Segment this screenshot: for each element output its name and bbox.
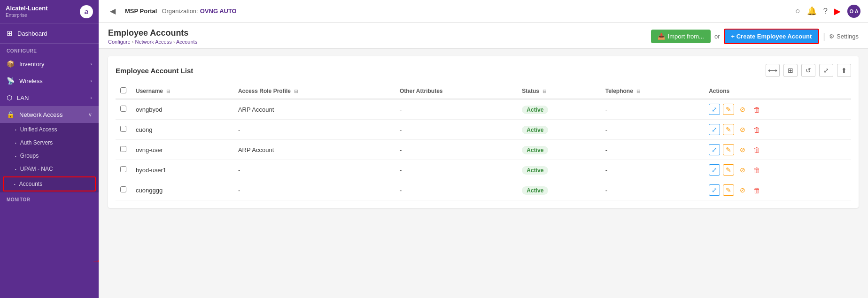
- role-header: Access Role Profile ⊟: [233, 84, 395, 99]
- sidebar-sub-item-auth-servers[interactable]: • Auth Servers: [0, 136, 99, 149]
- edit-icon-3[interactable]: ✎: [723, 164, 734, 176]
- row-status-3: Active: [517, 160, 600, 180]
- table-row: byod-user1 - - Active - ⤢ ✎ ⊘ 🗑: [116, 160, 851, 180]
- sidebar-sub-item-unified-access[interactable]: • Unified Access: [0, 123, 99, 136]
- sidebar-sub-item-accounts[interactable]: • Accounts: [3, 176, 96, 191]
- role-filter-icon[interactable]: ⊟: [294, 89, 298, 94]
- table-row: ovngbyod ARP Account - Active - ⤢ ✎ ⊘ 🗑: [116, 99, 851, 120]
- create-employee-account-button[interactable]: + Create Employee Account: [724, 29, 820, 44]
- sidebar-toggle[interactable]: ◀: [106, 5, 119, 18]
- row-username-2: ovng-user: [131, 140, 233, 160]
- youtube-icon[interactable]: ▶: [834, 6, 841, 16]
- notifications-icon[interactable]: 🔔: [807, 6, 817, 16]
- block-icon-0[interactable]: ⊘: [737, 104, 748, 115]
- edit-icon-4[interactable]: ✎: [723, 184, 734, 196]
- username-filter-icon[interactable]: ⊟: [166, 89, 170, 94]
- configure-section-label: CONFIGURE: [0, 44, 99, 55]
- expand-icon-1[interactable]: ⤢: [709, 124, 720, 135]
- breadcrumb-accounts[interactable]: Accounts: [176, 39, 197, 45]
- org-value[interactable]: OVNG AUTO: [200, 8, 237, 15]
- page-title: Employee Accounts: [108, 28, 197, 38]
- search-icon[interactable]: ○: [795, 7, 800, 16]
- lan-icon: ⬡: [7, 94, 12, 101]
- sidebar-item-lan[interactable]: ⬡ LAN ›: [0, 89, 99, 106]
- unified-access-label: Unified Access: [20, 126, 57, 133]
- breadcrumb-configure[interactable]: Configure: [108, 39, 131, 45]
- row-checkbox-2[interactable]: [120, 146, 126, 152]
- upam-nac-dot: •: [15, 167, 16, 171]
- actions-header: Actions: [704, 84, 851, 99]
- row-checkbox-3[interactable]: [120, 166, 126, 172]
- row-checkbox-4[interactable]: [120, 186, 126, 192]
- status-header: Status ⊟: [517, 84, 600, 99]
- sidebar-item-dashboard[interactable]: ⊞ Dashboard: [0, 23, 99, 44]
- dashboard-icon: ⊞: [7, 29, 13, 38]
- expand-icon-0[interactable]: ⤢: [709, 104, 720, 115]
- page-header-actions: 📥 Import from... or + Create Employee Ac…: [651, 29, 859, 44]
- arrow-indicator: →: [92, 255, 99, 266]
- row-telephone-2: -: [601, 140, 704, 160]
- edit-icon-2[interactable]: ✎: [723, 144, 734, 155]
- delete-icon-4[interactable]: 🗑: [751, 184, 762, 196]
- block-icon-1[interactable]: ⊘: [737, 124, 748, 135]
- help-icon[interactable]: ?: [823, 7, 828, 16]
- row-telephone-1: -: [601, 120, 704, 140]
- expand-icon-4[interactable]: ⤢: [709, 184, 720, 196]
- inventory-chevron: ›: [90, 61, 92, 67]
- settings-button[interactable]: ⚙ Settings: [829, 33, 859, 40]
- export-button[interactable]: ⬆: [837, 64, 851, 77]
- expand-columns-button[interactable]: ⟷: [766, 64, 780, 77]
- sidebar-item-network-access[interactable]: 🔒 Network Access ∨: [0, 106, 99, 123]
- monitor-section-label: MONITOR: [0, 192, 99, 204]
- delete-icon-3[interactable]: 🗑: [751, 164, 762, 176]
- block-icon-2[interactable]: ⊘: [737, 144, 748, 155]
- delete-icon-1[interactable]: 🗑: [751, 124, 762, 135]
- network-access-submenu: • Unified Access • Auth Servers • Groups…: [0, 123, 99, 192]
- row-actions-0: ⤢ ✎ ⊘ 🗑: [704, 99, 851, 120]
- table-row: ovng-user ARP Account - Active - ⤢ ✎ ⊘ 🗑: [116, 140, 851, 160]
- sidebar-sub-item-upam-nac[interactable]: • UPAM - NAC: [0, 162, 99, 176]
- brand-sub: Enterprise: [6, 13, 27, 18]
- breadcrumb-network-access[interactable]: Network Access: [135, 39, 171, 45]
- edit-icon-1[interactable]: ✎: [723, 124, 734, 135]
- auth-servers-label: Auth Servers: [20, 139, 53, 146]
- other-header: Other Attributes: [395, 84, 517, 99]
- block-icon-3[interactable]: ⊘: [737, 164, 748, 176]
- select-all-checkbox[interactable]: [120, 87, 126, 93]
- groups-dot: •: [15, 154, 16, 158]
- sidebar-logo: Alcatel-Lucent Enterprise a: [0, 0, 99, 23]
- row-checkbox-0[interactable]: [120, 106, 126, 112]
- columns-button[interactable]: ⊞: [783, 64, 798, 77]
- card-header: Employee Account List ⟷ ⊞ ↺ ⤢ ⬆: [116, 64, 851, 77]
- row-telephone-3: -: [601, 160, 704, 180]
- row-checkbox-1[interactable]: [120, 126, 126, 132]
- block-icon-4[interactable]: ⊘: [737, 184, 748, 196]
- telephone-filter-icon[interactable]: ⊟: [636, 89, 640, 94]
- network-access-label: Network Access: [19, 111, 88, 118]
- edit-icon-0[interactable]: ✎: [723, 104, 734, 115]
- delete-icon-0[interactable]: 🗑: [751, 104, 762, 115]
- status-badge-0: Active: [522, 106, 548, 114]
- topnav-icons: ○ 🔔 ? ▶ O A: [795, 5, 860, 18]
- status-filter-icon[interactable]: ⊟: [542, 89, 546, 94]
- fullscreen-button[interactable]: ⤢: [819, 64, 833, 77]
- sidebar-item-wireless[interactable]: 📡 Wireless ›: [0, 72, 99, 89]
- import-button[interactable]: 📥 Import from...: [651, 30, 711, 43]
- row-actions-4: ⤢ ✎ ⊘ 🗑: [704, 180, 851, 200]
- expand-icon-2[interactable]: ⤢: [709, 144, 720, 155]
- unified-access-dot: •: [15, 128, 16, 132]
- username-header: Username ⊟: [131, 84, 233, 99]
- row-status-4: Active: [517, 180, 600, 200]
- sidebar-sub-item-groups[interactable]: • Groups: [0, 149, 99, 162]
- table-row: cuongggg - - Active - ⤢ ✎ ⊘ 🗑: [116, 180, 851, 200]
- delete-icon-2[interactable]: 🗑: [751, 144, 762, 155]
- status-badge-4: Active: [522, 186, 548, 195]
- content-area: Employee Account List ⟷ ⊞ ↺ ⤢ ⬆: [99, 49, 868, 298]
- msp-portal-label: MSP Portal: [125, 8, 157, 15]
- refresh-button[interactable]: ↺: [801, 64, 815, 77]
- sidebar-item-inventory[interactable]: 📦 Inventory ›: [0, 55, 99, 72]
- row-other-1: -: [395, 120, 517, 140]
- user-avatar[interactable]: O A: [847, 5, 860, 18]
- main-content: ◀ MSP Portal Organization: OVNG AUTO ○ 🔔…: [99, 0, 868, 298]
- expand-icon-3[interactable]: ⤢: [709, 164, 720, 176]
